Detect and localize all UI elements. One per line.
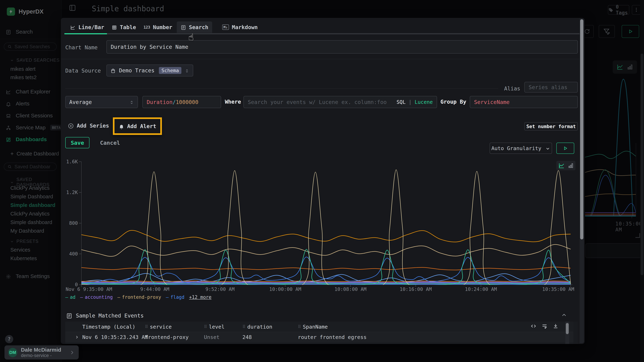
drag-handle-icon[interactable]: ⠿: [204, 324, 207, 329]
column-header[interactable]: ⠿duration: [242, 324, 272, 330]
legend-item-accounting[interactable]: —accounting: [80, 294, 113, 300]
saved-dashboards-input[interactable]: [4, 163, 57, 171]
run-chart-button[interactable]: [556, 143, 574, 154]
collapse-panel-icon[interactable]: [561, 312, 567, 318]
column-header[interactable]: ⠿service: [145, 324, 172, 330]
sidebar-item-dashboards[interactable]: Dashboards: [6, 136, 47, 142]
drag-handle-icon[interactable]: ⠿: [242, 324, 246, 329]
bg-chart-type-toggle[interactable]: [613, 60, 637, 74]
column-header[interactable]: ⠿level: [204, 324, 224, 330]
add-series-button[interactable]: Add Series: [68, 122, 109, 129]
sidebar-item-chart-explorer[interactable]: Chart Explorer: [6, 88, 50, 95]
run-query-button[interactable]: [622, 25, 639, 38]
tab-markdown[interactable]: M↓Markdown: [218, 21, 262, 33]
sidebar-item-service-map[interactable]: Service MapBETA: [6, 124, 62, 131]
divider: [0, 39, 62, 39]
saved-dashboard-item[interactable]: ClickPy Analytics: [10, 211, 50, 217]
sidebar-item-search[interactable]: Search: [6, 29, 33, 35]
schema-badge[interactable]: Schema: [159, 67, 182, 74]
app-name: HyperDX: [18, 8, 44, 15]
legend-item-flagd[interactable]: —flagd: [166, 294, 184, 300]
group-by-input[interactable]: ServiceName: [470, 96, 578, 108]
legend-dash-icon: —: [80, 294, 83, 300]
where-input[interactable]: SQL | Lucene: [244, 96, 437, 108]
cancel-button[interactable]: Cancel: [98, 137, 122, 148]
saved-dashboard-item[interactable]: Simple dashboard: [10, 202, 55, 208]
table-grid-icon: [112, 24, 117, 30]
chart-name-input[interactable]: [106, 40, 578, 54]
table-row[interactable]: Nov 6 10:35:23.243 AMfrontend-proxyUnset…: [65, 342, 573, 344]
column-header[interactable]: Timestamp (Local): [82, 324, 136, 330]
series-unknown-orange-low: [82, 281, 571, 282]
legend-item-ad[interactable]: —ad: [65, 294, 76, 300]
saved-searches-input[interactable]: [4, 42, 57, 51]
aggregation-function-select[interactable]: Average: [65, 96, 138, 108]
data-source-select[interactable]: Demo Traces Schema: [106, 64, 193, 76]
dashboard-icon: [6, 136, 11, 142]
saved-dashboard-item[interactable]: Simple Dashboard: [10, 194, 53, 199]
code-icon[interactable]: [530, 323, 536, 330]
sidebar-item-label: Client Sessions: [16, 113, 53, 119]
legend-item-frontend-proxy[interactable]: —frontend-proxy: [117, 294, 161, 300]
saved-dashboard-item[interactable]: Simple dashboard: [10, 219, 52, 225]
modal-scrollbar[interactable]: [580, 18, 584, 343]
tags-button[interactable]: 0 Tags: [608, 5, 629, 15]
tab-number[interactable]: 123Number: [140, 21, 176, 33]
column-label: duration: [248, 324, 272, 330]
filter-button[interactable]: [599, 25, 615, 38]
save-button[interactable]: Save: [65, 137, 90, 148]
legend-more-link[interactable]: +12 more: [189, 294, 212, 300]
page-scrollbar[interactable]: [640, 0, 644, 362]
granularity-select[interactable]: Auto Granularity: [490, 143, 552, 154]
add-alert-button-highlighted[interactable]: Add Alert: [113, 117, 162, 135]
tab-label: Markdown: [232, 24, 258, 30]
sample-events-table[interactable]: Timestamp (Local)⠿service⠿level⠿duration…: [65, 322, 578, 344]
sidebar-collapse-icon[interactable]: [68, 4, 76, 12]
table-row[interactable]: Nov 6 10:35:23.243 AMfrontend-proxyUnset…: [65, 332, 573, 342]
tab-line-bar[interactable]: Line/Bar: [66, 21, 108, 33]
download-icon[interactable]: [552, 323, 559, 330]
saved-dashboard-item[interactable]: My Dashboard: [10, 228, 44, 234]
saved-search-item[interactable]: mikes tets2: [10, 74, 37, 80]
sample-events-header: Sample Matched Events: [66, 312, 144, 319]
select-chevrons-icon: [184, 67, 189, 74]
preset-item[interactable]: Kubernetes: [10, 255, 37, 261]
expand-row-icon[interactable]: [74, 335, 79, 340]
wrap-text-icon[interactable]: [542, 323, 548, 330]
edit-chart-modal: Line/BarTable123NumberSearchM↓Markdown C…: [61, 18, 584, 344]
kebab-menu-button[interactable]: [632, 5, 641, 15]
set-number-format-button[interactable]: Set number format: [524, 122, 578, 130]
column-label: Timestamp (Local): [82, 324, 136, 330]
bg-axis-time-label: 10:35:00 AM: [616, 221, 644, 233]
sidebar-item-team-settings[interactable]: Team Settings: [6, 273, 50, 279]
panel-resize-handle[interactable]: [636, 233, 640, 238]
saved-searches-section[interactable]: SAVED SEARCHES: [10, 57, 60, 63]
presets-section[interactable]: PRESETS: [10, 239, 39, 244]
saved-search-item[interactable]: mikes alert: [10, 66, 36, 72]
drag-handle-icon[interactable]: ⠿: [145, 324, 148, 329]
user-menu[interactable]: DM Dale McDiarmid demo-service -: [4, 345, 79, 360]
app-logo[interactable]: HyperDX: [7, 7, 44, 16]
saved-dashboard-item[interactable]: ClickPy Analytics: [10, 185, 50, 191]
sidebar-item-client-sessions[interactable]: Client Sessions: [6, 112, 53, 119]
legend-dash-icon: —: [117, 294, 120, 300]
query-language-toggle[interactable]: SQL | Lucene: [396, 99, 433, 105]
field-token: Duration: [147, 99, 173, 105]
preset-item[interactable]: Services: [10, 247, 30, 253]
sidebar-item-label: Search: [16, 29, 33, 35]
alias-input[interactable]: [524, 82, 578, 93]
drag-handle-icon[interactable]: ⠿: [298, 324, 301, 329]
column-header[interactable]: ⠿SpanName: [298, 324, 328, 330]
table-scrollbar[interactable]: [565, 322, 569, 344]
create-dashboard-button[interactable]: + Create Dashboard: [10, 151, 59, 157]
chevron-down-icon: [545, 145, 550, 151]
table-header-row: Timestamp (Local)⠿service⠿level⠿duration…: [65, 322, 573, 332]
aggregation-field-input[interactable]: Duration/1000000: [142, 96, 221, 108]
svg-text:1.6K: 1.6K: [66, 159, 78, 164]
svg-text:10:24:00 AM: 10:24:00 AM: [465, 286, 497, 292]
sidebar-item-alerts[interactable]: Alerts: [6, 100, 30, 107]
duration-by-service-chart[interactable]: 04008001.2K1.6KNov 6 9:35:00 AM9:44:00 A…: [65, 157, 578, 295]
tab-search[interactable]: Search: [177, 21, 212, 33]
tab-table[interactable]: Table: [108, 21, 140, 33]
help-button[interactable]: ?: [5, 335, 13, 343]
